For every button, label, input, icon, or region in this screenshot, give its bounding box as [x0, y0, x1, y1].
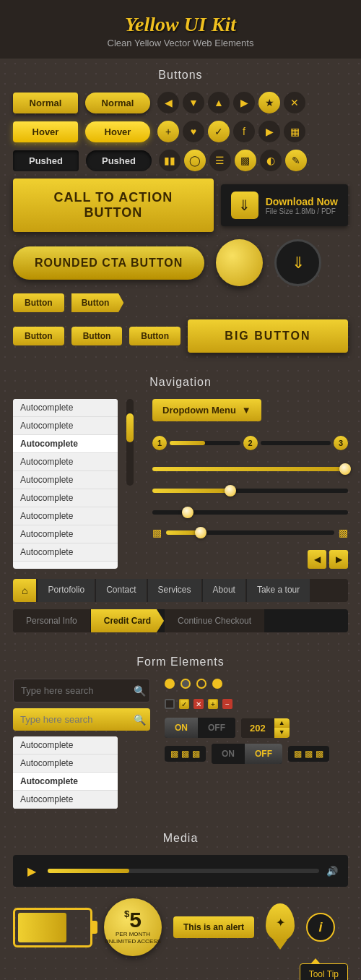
toggle-on-btn-2[interactable]: ON [212, 744, 245, 764]
icon-buttons-row2: + ♥ ✓ f ▶ ▦ [157, 121, 305, 142]
radio-filled-large[interactable] [165, 679, 175, 689]
circle-icon-btn[interactable]: ◯ [184, 150, 206, 171]
hover-button-pill[interactable]: Hover [85, 121, 150, 142]
tab-contact[interactable]: Contact [95, 579, 146, 602]
alert-button[interactable]: This is an alert [173, 916, 254, 938]
toggle-off-btn-2[interactable]: OFF [245, 744, 282, 764]
autocomplete-item-5[interactable]: Autocomplete [13, 489, 118, 507]
search-input-1[interactable] [13, 679, 150, 702]
small-button-2[interactable]: Button [13, 327, 64, 345]
slider-partial[interactable] [152, 483, 348, 498]
autocomplete-item-6[interactable]: Autocomplete [13, 507, 118, 525]
search-input-2[interactable] [13, 708, 150, 731]
form-autocomplete-3[interactable]: Autocomplete [13, 791, 118, 809]
number-down-btn[interactable]: ▼ [274, 728, 290, 738]
cta-button[interactable]: CALL TO ACTION BUTTON [13, 179, 214, 232]
volume-icon[interactable]: 🔊 [326, 866, 338, 877]
tooltip-box: Tool Tip [300, 963, 348, 980]
close-icon-btn[interactable]: ✕ [284, 92, 305, 113]
bird-icon-btn[interactable]: ✓ [208, 121, 230, 142]
form-autocomplete-1[interactable]: Autocomplete [13, 755, 118, 773]
tab-about[interactable]: About [202, 579, 245, 602]
small-button-3[interactable]: Button [71, 327, 123, 345]
autocomplete-item-3[interactable]: Autocomplete [13, 453, 118, 471]
vertical-scrollbar[interactable] [126, 399, 134, 486]
pushed-button-rect[interactable]: Pushed [13, 150, 79, 171]
small-button-4[interactable]: Button [129, 327, 180, 345]
info-icon[interactable]: i [306, 913, 335, 942]
rounded-cta-button[interactable]: ROUNDED CTA BUTTON [13, 246, 204, 280]
plus-icon-btn[interactable]: + [157, 121, 179, 142]
pause-icon-btn[interactable]: ▮▮ [159, 150, 180, 171]
progress-step-personal[interactable]: Personal Info [13, 609, 90, 632]
radio-filled-2[interactable] [212, 679, 222, 689]
progress-step-checkout[interactable]: Continue Checkout [165, 609, 264, 632]
bar-icon-right: ▩ [192, 749, 200, 759]
tab-home-icon[interactable]: ⌂ [13, 579, 36, 602]
normal-button-pill[interactable]: Normal [85, 93, 150, 113]
grid-icon-btn[interactable]: ▦ [284, 121, 305, 142]
price-access-label: UNLIMITED ACCESS [105, 938, 161, 945]
small-buttons-row1: Button Button [13, 293, 348, 312]
chevron-right-icon-btn[interactable]: ▶ [233, 92, 255, 113]
radio-empty-1[interactable] [196, 679, 206, 689]
media-play-button[interactable]: ▶ [23, 862, 40, 880]
chart-icon-btn[interactable]: ▩ [235, 150, 256, 171]
download-button[interactable]: ⇓ Download Now File Size 1.8Mb / PDF [221, 184, 348, 226]
play-icon-btn[interactable]: ▶ [258, 121, 280, 142]
pushed-button-pill[interactable]: Pushed [86, 150, 152, 171]
checkbox-minus[interactable]: − [222, 699, 232, 709]
checkbox-plus-mark[interactable]: + [208, 699, 218, 709]
form-autocomplete-2[interactable]: Autocomplete [13, 773, 118, 791]
chevron-left-icon-btn[interactable]: ◀ [157, 92, 179, 113]
radio-empty-medium[interactable] [180, 679, 191, 689]
autocomplete-item-0[interactable]: Autocomplete [13, 399, 118, 417]
media-progress-bar[interactable] [48, 869, 319, 873]
pencil-icon-btn[interactable]: ✎ [285, 150, 307, 171]
toggle-off-btn-1[interactable]: OFF [198, 718, 235, 738]
scrollbar-thumb[interactable] [126, 413, 134, 442]
small-button-1[interactable]: Button [13, 293, 64, 312]
tab-portofolio[interactable]: Portofolio [37, 579, 95, 602]
lr-nav: ◀ ▶ [152, 550, 348, 569]
tab-services[interactable]: Services [147, 579, 201, 602]
lr-left-button[interactable]: ◀ [308, 550, 326, 569]
small-arrow-button-1[interactable]: Button [71, 293, 124, 312]
autocomplete-item-4[interactable]: Autocomplete [13, 471, 118, 489]
normal-button-rect[interactable]: Normal [13, 93, 78, 113]
download-arc-button[interactable]: ⇓ [274, 239, 321, 286]
autocomplete-item-2[interactable]: Autocomplete [13, 435, 118, 453]
checkbox-empty-1[interactable] [165, 699, 175, 709]
autocomplete-item-1[interactable]: Autocomplete [13, 417, 118, 435]
tab-tour[interactable]: Take a tour [246, 579, 310, 602]
autocomplete-item-8[interactable]: Autocomplete [13, 543, 118, 562]
slider-label-3: 3 [334, 436, 348, 450]
slider-full[interactable] [152, 462, 348, 476]
toggle-number-row: ON OFF 202 ▲ ▼ [165, 718, 329, 738]
heart-icon-btn[interactable]: ♥ [183, 121, 204, 142]
hover-button-rect[interactable]: Hover [13, 121, 78, 142]
slider-empty[interactable] [152, 505, 348, 520]
star-icon-btn[interactable]: ★ [258, 92, 280, 113]
download-title: Download Now [266, 196, 338, 207]
pin-location-icon: ✦ [266, 903, 295, 941]
checkbox-x-mark[interactable]: ✕ [193, 699, 204, 709]
adjust-icon-btn[interactable]: ◐ [260, 150, 282, 171]
search-icon-btn-1[interactable]: 🔍 [134, 685, 146, 697]
page-header: Yellow UI Kit Clean Yellow Vector Web El… [0, 0, 361, 59]
progress-step-credit[interactable]: Credit Card [91, 609, 164, 632]
facebook-icon-btn[interactable]: f [233, 121, 255, 142]
form-autocomplete-0[interactable]: Autocomplete [13, 736, 118, 755]
chevron-up-icon-btn[interactable]: ▲ [208, 92, 230, 113]
number-up-btn[interactable]: ▲ [274, 718, 290, 728]
big-button[interactable]: BIG BUTTON [188, 319, 348, 353]
toggle-on-btn-1[interactable]: ON [165, 718, 198, 738]
search-icon-btn-2[interactable]: 🔍 [134, 714, 146, 726]
lr-right-button[interactable]: ▶ [329, 550, 348, 569]
chevron-down-icon-btn[interactable]: ▼ [183, 92, 204, 113]
dropdown-menu-button[interactable]: Dropdown Menu ▼ [152, 399, 261, 421]
checkbox-checked[interactable]: ✓ [179, 699, 189, 709]
menu-icon-btn[interactable]: ☰ [209, 150, 231, 171]
autocomplete-item-7[interactable]: Autocomplete [13, 525, 118, 543]
search-wrap-1: 🔍 [13, 679, 150, 702]
